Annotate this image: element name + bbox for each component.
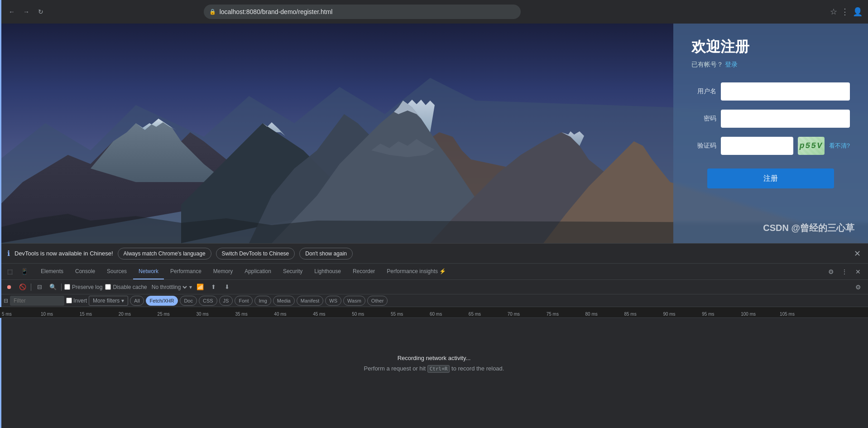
filter-other[interactable]: Other [367,296,388,306]
devtools-icon-buttons: ⬚ 📱 [4,265,31,278]
preserve-log-label: Preserve log [72,284,102,290]
record-button[interactable]: ⏺ [4,282,14,293]
tab-elements[interactable]: Elements [35,264,69,279]
register-button[interactable]: 注册 [707,168,834,188]
tick-40ms: 40 ms [274,312,286,317]
devtools-notification: ℹ DevTools is now available in Chinese! … [0,243,868,263]
has-account-text: 已有帐号？ [691,61,723,68]
filter-img[interactable]: Img [254,296,271,306]
register-subtitle: 已有帐号？ 登录 [691,61,738,69]
captcha-row: 验证码 p55V 看不清? [691,137,850,155]
more-filters-button[interactable]: More filters ▾ [89,296,128,306]
captcha-refresh-link[interactable]: 看不清? [829,142,850,150]
tick-55ms: 55 ms [391,312,403,317]
filter-input[interactable] [10,296,64,306]
refresh-button[interactable]: ↻ [34,5,47,18]
filter-font[interactable]: Font [235,296,253,306]
username-input[interactable] [721,82,850,101]
tick-5ms: 5 ms [2,312,12,317]
notification-close-button[interactable]: ✕ [854,249,861,259]
upload-button[interactable]: ⬆ [208,282,219,293]
tab-recorder[interactable]: Recorder [347,264,380,279]
lock-icon: 🔒 [209,9,216,15]
filter-media[interactable]: Media [273,296,295,306]
nav-buttons: ← → ↻ [5,5,47,18]
captcha-label: 验证码 [691,142,716,150]
filter-doc[interactable]: Doc [180,296,197,306]
tick-90ms: 90 ms [663,312,675,317]
login-link[interactable]: 登录 [725,61,738,68]
tick-10ms: 10 ms [41,312,53,317]
notification-icon: ℹ [7,249,10,258]
address-input[interactable] [220,8,515,15]
tick-30ms: 30 ms [197,312,209,317]
csdn-watermark: CSDN @曾经的三心草 [763,222,854,234]
devtools-mobile-icon[interactable]: 📱 [18,265,31,278]
devtools-more-button[interactable]: ⋮ [838,265,851,278]
filter-toolbar: ⊟ Invert More filters ▾ All Fetch/XHR Do… [0,294,868,307]
forward-button[interactable]: → [20,5,33,18]
tick-50ms: 50 ms [352,312,364,317]
tick-80ms: 80 ms [585,312,598,317]
toolbar-separator-1 [31,284,31,291]
always-match-button[interactable]: Always match Chrome's language [118,248,211,260]
timeline-bar: 5 ms 10 ms 15 ms 20 ms 25 ms 30 ms 35 ms… [0,307,868,318]
throttle-select[interactable]: No throttling Fast 3G Slow 3G [150,284,188,291]
invert-input[interactable] [66,298,72,303]
devtools-select-icon[interactable]: ⬚ [4,265,16,278]
tab-network[interactable]: Network [133,264,164,279]
devtools-panel: ⬚ 📱 Elements Console Sources Network Per… [0,263,868,428]
online-icon[interactable]: 📶 [195,282,206,293]
profile-icon[interactable]: 👤 [853,7,863,17]
preserve-log-input[interactable] [64,284,70,290]
devtools-settings-button[interactable]: ⚙ [825,265,837,278]
register-title: 欢迎注册 [691,37,749,57]
network-empty-state: Recording network activity... Perform a … [0,318,868,409]
search-button[interactable]: 🔍 [48,282,58,293]
tick-25ms: 25 ms [158,312,170,317]
filter-toggle-button[interactable]: ⊟ [34,282,45,293]
toolbar-separator-2 [61,284,62,291]
tab-performance[interactable]: Performance [165,264,207,279]
clear-button[interactable]: 🚫 [17,282,28,293]
throttle-dropdown-icon: ▾ [189,284,192,290]
browser-menu-icon[interactable]: ⋮ [841,7,849,17]
filter-css[interactable]: CSS [199,296,217,306]
filter-manifest[interactable]: Manifest [297,296,324,306]
dont-show-again-button[interactable]: Don't show again [299,248,353,260]
back-button[interactable]: ← [5,5,18,18]
password-input[interactable] [721,110,850,128]
captcha-image[interactable]: p55V [798,137,825,155]
tab-performance-insights[interactable]: Performance insights ⚡ [381,264,451,279]
tab-memory[interactable]: Memory [208,264,238,279]
throttle-select-wrapper: No throttling Fast 3G Slow 3G ▾ [150,284,192,291]
tab-security[interactable]: Security [278,264,308,279]
filter-wasm[interactable]: Wasm [343,296,365,306]
captcha-input[interactable] [721,137,793,155]
tab-application[interactable]: Application [239,264,277,279]
address-bar[interactable]: 🔒 [204,5,521,19]
notification-text: DevTools is now available in Chinese! [14,250,113,257]
network-settings-button[interactable]: ⚙ [852,281,864,293]
preserve-log-checkbox[interactable]: Preserve log [64,284,102,290]
disable-cache-input[interactable] [105,284,111,290]
tab-sources[interactable]: Sources [101,264,132,279]
tick-60ms: 60 ms [430,312,442,317]
download-button[interactable]: ⬇ [222,282,233,293]
bookmark-icon[interactable]: ☆ [830,7,837,17]
devtools-close-button[interactable]: ✕ [852,265,864,278]
more-filters-chevron: ▾ [121,298,124,304]
tick-100ms: 100 ms [741,312,756,317]
disable-cache-checkbox[interactable]: Disable cache [105,284,147,290]
tick-20ms: 20 ms [119,312,131,317]
tab-console[interactable]: Console [70,264,101,279]
filter-icon: ⊟ [4,298,8,304]
invert-checkbox[interactable]: Invert [66,298,87,304]
filter-all[interactable]: All [130,296,144,306]
more-filters-label: More filters [93,298,120,304]
tab-lighthouse[interactable]: Lighthouse [309,264,346,279]
filter-fetch-xhr[interactable]: Fetch/XHR [146,296,178,306]
switch-chinese-button[interactable]: Switch DevTools to Chinese [216,248,295,260]
filter-js[interactable]: JS [219,296,233,306]
filter-ws[interactable]: WS [325,296,341,306]
